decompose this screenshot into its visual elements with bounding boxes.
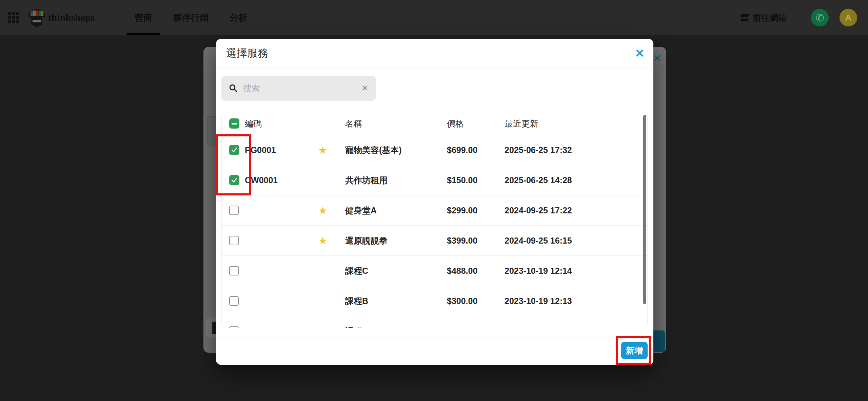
- row-price: $699.00: [441, 145, 499, 155]
- brand-name: th!nkshops: [48, 12, 95, 23]
- nav-tab-analytics[interactable]: 分析: [226, 0, 251, 35]
- table-header-row: 編碼 名稱 價格 最近更新: [222, 112, 647, 135]
- table-row[interactable]: ★ 課程A $200.00 2023-10-01 10:04: [222, 316, 647, 328]
- modal-header: 選擇服務 ✕: [216, 39, 653, 68]
- table-row[interactable]: ★ 課程B $300.00 2023-10-19 12:13: [222, 286, 647, 316]
- row-name: 健身堂A: [340, 205, 441, 216]
- search-bar: ✕: [221, 76, 376, 101]
- row-name: 還原靚靚拳: [340, 235, 441, 246]
- navbar-right: 前往網站 ✆ A: [740, 9, 857, 26]
- row-updated: 2025-06-25 17:32: [499, 145, 647, 155]
- row-updated: 2023-10-19 12:13: [499, 296, 647, 306]
- row-price: $150.00: [441, 175, 499, 185]
- user-avatar[interactable]: A: [840, 9, 857, 26]
- row-checkbox[interactable]: [229, 296, 239, 306]
- top-navbar: th!nkshops 營商 夥伴行銷 分析 前往網站 ✆ A: [0, 0, 868, 35]
- table-row[interactable]: ★ 課程C $488.00 2023-10-19 12:14: [222, 256, 647, 286]
- search-input[interactable]: [243, 83, 361, 93]
- select-service-modal: 選擇服務 ✕ ✕ 編碼 名稱 價格 最近更新 PG0001 ★ 寵物美容: [216, 39, 653, 365]
- brand-logo-icon: [27, 8, 46, 27]
- row-checkbox[interactable]: [229, 266, 239, 275]
- row-price: $399.00: [441, 236, 499, 246]
- row-price: $300.00: [441, 296, 499, 306]
- brand[interactable]: th!nkshops: [27, 8, 95, 27]
- column-header-price: 價格: [441, 118, 499, 129]
- app-grid-menu-icon[interactable]: [7, 12, 20, 24]
- column-header-updated: 最近更新: [499, 118, 647, 129]
- table-row[interactable]: PG0001 ★ 寵物美容(基本) $699.00 2025-06-25 17:…: [222, 135, 647, 165]
- nav-tab-partner-marketing[interactable]: 夥伴行銷: [170, 0, 212, 35]
- primary-nav: 營商 夥伴行銷 分析: [131, 0, 265, 35]
- row-price: $200.00: [441, 326, 499, 328]
- row-updated: 2023-10-19 12:14: [499, 266, 647, 276]
- favorite-star-icon: ★: [306, 235, 340, 247]
- row-updated: 2023-10-01 10:04: [499, 326, 647, 328]
- add-button[interactable]: 新增: [621, 342, 648, 359]
- table-row[interactable]: CW0001 ★ 共作坊租用 $150.00 2025-06-25 14:28: [222, 165, 647, 195]
- clear-search-icon[interactable]: ✕: [361, 83, 368, 93]
- table-row[interactable]: ★ 還原靚靚拳 $399.00 2024-09-25 16:15: [222, 226, 647, 256]
- table-scrollbar[interactable]: [643, 115, 646, 304]
- row-code: PG0001: [245, 145, 306, 155]
- select-all-checkbox[interactable]: [229, 118, 239, 129]
- close-icon[interactable]: ✕: [635, 47, 645, 59]
- favorite-star-icon: ★: [306, 205, 340, 216]
- favorite-star-icon: ★: [306, 144, 340, 156]
- row-price: $299.00: [441, 206, 499, 215]
- row-price: $488.00: [441, 266, 499, 276]
- modal-title: 選擇服務: [226, 46, 268, 60]
- row-checkbox[interactable]: [229, 145, 239, 155]
- row-updated: 2024-09-25 17:22: [499, 206, 647, 215]
- row-name: 課程B: [340, 295, 441, 307]
- whatsapp-icon[interactable]: ✆: [811, 9, 829, 26]
- row-checkbox[interactable]: [229, 175, 239, 185]
- table-row[interactable]: ★ 健身堂A $299.00 2024-09-25 17:22: [222, 195, 647, 226]
- row-name: 課程C: [340, 265, 441, 276]
- row-checkbox[interactable]: [229, 206, 239, 215]
- table-body: PG0001 ★ 寵物美容(基本) $699.00 2025-06-25 17:…: [222, 135, 647, 328]
- row-checkbox[interactable]: [229, 326, 239, 328]
- services-table: 編碼 名稱 價格 最近更新 PG0001 ★ 寵物美容(基本) $699.00 …: [221, 112, 648, 328]
- row-code: CW0001: [245, 175, 306, 185]
- row-checkbox[interactable]: [229, 236, 239, 245]
- screen: th!nkshops 營商 夥伴行銷 分析 前往網站 ✆ A ✕: [0, 0, 868, 401]
- column-header-code: 編碼: [245, 118, 306, 129]
- modal-footer: 新增: [216, 338, 653, 365]
- storefront-icon: [740, 13, 749, 22]
- column-header-name: 名稱: [340, 118, 441, 129]
- go-to-website-link[interactable]: 前往網站: [740, 12, 787, 23]
- row-updated: 2024-09-25 16:15: [499, 236, 647, 246]
- row-name: 課程A: [340, 326, 441, 328]
- background-modal-close-icon: ✕: [653, 52, 662, 64]
- row-updated: 2025-06-25 14:28: [499, 175, 647, 185]
- favorite-star-icon: ★: [306, 325, 340, 328]
- row-name: 寵物美容(基本): [340, 145, 441, 156]
- search-icon: [229, 84, 238, 93]
- row-name: 共作坊租用: [340, 175, 441, 186]
- nav-tab-business[interactable]: 營商: [131, 0, 156, 35]
